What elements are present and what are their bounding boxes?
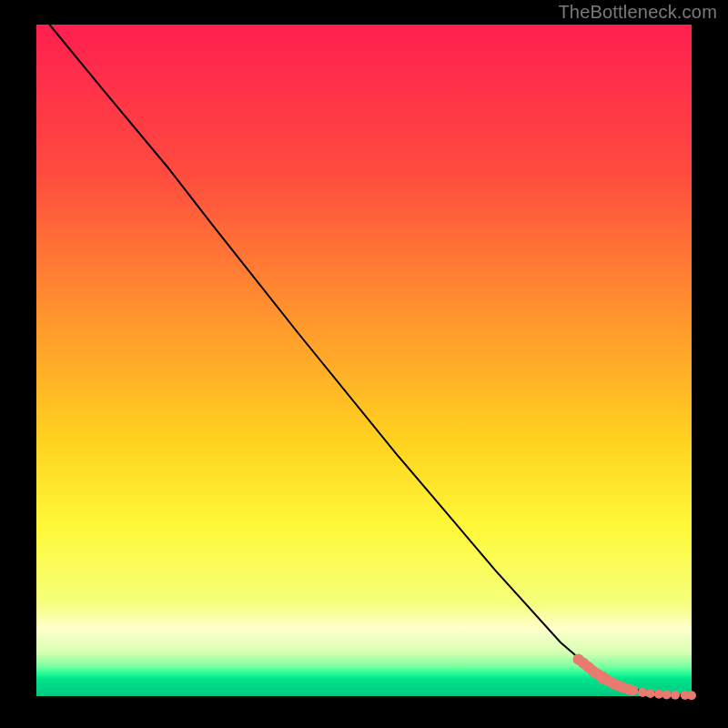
tail-marker (627, 685, 638, 696)
tail-marker (662, 690, 672, 699)
tail-marker (646, 689, 655, 698)
gradient-background (36, 25, 692, 696)
chart-container: { "attribution": "TheBottleneck.com", "c… (0, 0, 728, 728)
tail-marker (687, 691, 696, 700)
tail-marker (638, 688, 647, 697)
plot-svg (0, 0, 728, 728)
tail-marker (654, 690, 663, 699)
tail-marker (671, 691, 680, 700)
